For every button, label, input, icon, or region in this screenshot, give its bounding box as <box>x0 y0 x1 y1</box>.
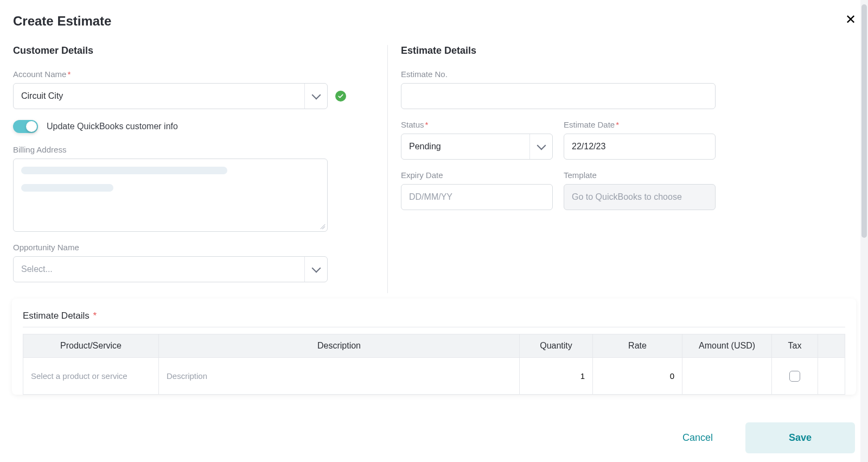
billing-address-textarea[interactable] <box>13 159 328 232</box>
cancel-button[interactable]: Cancel <box>672 426 724 450</box>
estimate-details-section: Estimate Details Estimate No. Status* Pe… <box>387 45 855 293</box>
account-name-select[interactable]: Circuit City <box>13 83 328 109</box>
rate-input[interactable] <box>593 358 682 394</box>
close-icon: ✕ <box>845 12 856 27</box>
col-product: Product/Service <box>23 334 159 358</box>
estimate-date-label: Estimate Date* <box>564 120 716 129</box>
page-title: Create Estimate <box>0 0 868 29</box>
account-name-label: Account Name* <box>13 69 371 79</box>
table-row <box>23 358 845 395</box>
template-label: Template <box>564 170 716 180</box>
close-button[interactable]: ✕ <box>843 12 858 27</box>
estimate-no-label: Estimate No. <box>401 69 716 79</box>
estimate-no-input[interactable] <box>401 83 716 109</box>
description-input[interactable] <box>159 358 519 394</box>
check-icon <box>337 93 344 99</box>
col-tax: Tax <box>772 334 818 358</box>
opportunity-name-label: Opportunity Name <box>13 243 371 252</box>
billing-address-label: Billing Address <box>13 145 371 154</box>
skeleton-line <box>21 167 227 174</box>
tax-checkbox[interactable] <box>789 371 800 382</box>
opportunity-name-select[interactable]: Select... <box>13 256 328 282</box>
expiry-date-label: Expiry Date <box>401 170 553 180</box>
col-rate: Rate <box>593 334 682 358</box>
chevron-down-icon <box>311 264 321 273</box>
estimate-details-heading: Estimate Details <box>401 45 855 56</box>
account-verified-badge <box>335 91 346 102</box>
chevron-down-icon <box>311 91 321 100</box>
opportunity-name-placeholder: Select... <box>14 264 304 274</box>
footer: Cancel Save <box>0 413 860 462</box>
estimate-date-input[interactable] <box>564 134 716 160</box>
expiry-date-input[interactable] <box>401 184 553 210</box>
customer-details-heading: Customer Details <box>13 45 371 56</box>
col-quantity: Quantity <box>520 334 593 358</box>
status-select[interactable]: Pending <box>401 134 553 160</box>
save-button[interactable]: Save <box>745 422 855 453</box>
update-quickbooks-label: Update QuickBooks customer info <box>47 122 178 131</box>
status-label: Status* <box>401 120 553 129</box>
template-input <box>564 184 716 210</box>
status-caret[interactable] <box>529 134 552 159</box>
update-quickbooks-toggle[interactable] <box>13 120 38 133</box>
scrollbar-track[interactable] <box>860 0 868 462</box>
scrollbar-thumb[interactable] <box>861 4 867 238</box>
account-name-caret[interactable] <box>304 84 327 109</box>
status-value: Pending <box>401 142 529 151</box>
amount-input[interactable] <box>682 358 771 394</box>
chevron-down-icon <box>537 141 546 150</box>
customer-details-section: Customer Details Account Name* Circuit C… <box>13 45 387 293</box>
col-amount: Amount (USD) <box>682 334 772 358</box>
line-items-heading: Estimate Details * <box>23 311 845 327</box>
opportunity-name-caret[interactable] <box>304 257 327 282</box>
col-actions <box>818 334 845 358</box>
account-name-value: Circuit City <box>14 91 304 101</box>
row-actions-cell <box>818 358 845 395</box>
quantity-input[interactable] <box>520 358 592 394</box>
col-description: Description <box>159 334 520 358</box>
toggle-knob <box>26 121 37 132</box>
resize-handle-icon[interactable] <box>318 223 325 229</box>
line-items-table: Product/Service Description Quantity Rat… <box>23 334 845 395</box>
line-items-panel: Estimate Details * Product/Service Descr… <box>12 299 856 395</box>
product-input[interactable] <box>23 358 158 394</box>
skeleton-line <box>21 184 113 192</box>
